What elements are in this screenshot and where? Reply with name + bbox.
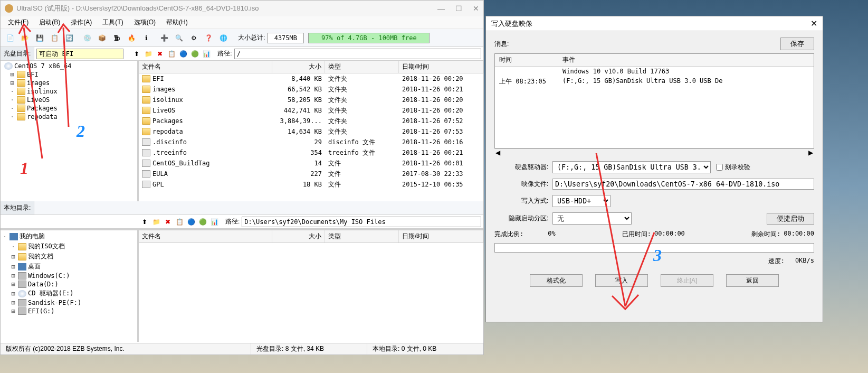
menu-action[interactable]: 操作(A) <box>65 16 97 29</box>
list-item[interactable]: LiveOS442,741 KB文件夹2018-11-26 00:20 <box>139 105 483 116</box>
folder-icon <box>17 113 25 120</box>
view2-icon[interactable]: 🟢 <box>190 49 199 59</box>
menu-help[interactable]: 帮助(H) <box>161 16 193 29</box>
iso-list-pane[interactable]: 文件名 大小 类型 日期/时间 EFI8,440 KB文件夹2018-11-26… <box>139 61 483 201</box>
save-button[interactable]: 保存 <box>780 38 814 50</box>
iso-tree-item[interactable]: ·Packages <box>2 104 136 113</box>
local-tree-item[interactable]: ⊞桌面 <box>2 262 136 272</box>
local-v3-icon[interactable]: 📊 <box>209 217 219 227</box>
lcol-name[interactable]: 文件名 <box>139 230 272 243</box>
col-size[interactable]: 大小 <box>272 61 325 73</box>
list-item[interactable]: CentOS_BuildTag14文件2018-11-26 00:01 <box>139 158 483 169</box>
list-item[interactable]: repodata14,634 KB文件夹2018-11-26 07:53 <box>139 126 483 137</box>
message-row[interactable]: Windows 10 v10.0 Build 17763 <box>495 67 814 76</box>
lcol-type[interactable]: 类型 <box>325 230 399 243</box>
mount-icon[interactable]: 💿 <box>81 32 93 44</box>
list-item[interactable]: GPL18 KB文件2015-12-10 06:35 <box>139 179 483 190</box>
view1-icon[interactable]: 🔵 <box>178 49 188 59</box>
image-file-input[interactable] <box>552 179 814 190</box>
list-item[interactable]: Packages3,884,39...文件夹2018-11-26 07:52 <box>139 116 483 126</box>
list-item[interactable]: isolinux58,205 KB文件夹2018-11-26 00:20 <box>139 95 483 105</box>
cd-icon <box>18 290 26 297</box>
local-v1-icon[interactable]: 🔵 <box>186 217 196 227</box>
tree-root-item[interactable]: CentOS 7 x86_64 <box>2 62 136 70</box>
local-new-icon[interactable]: 📁 <box>151 217 161 227</box>
open-icon[interactable]: 📂 <box>18 32 31 44</box>
minimize-button[interactable]: — <box>437 4 445 13</box>
local-tree-item[interactable]: ·我的ISO文档 <box>2 241 136 251</box>
local-tree-item[interactable]: ⊞EFI(G:) <box>2 307 136 315</box>
list-item[interactable]: images66,542 KB文件夹2018-11-26 00:21 <box>139 84 483 95</box>
msg-col-time[interactable]: 时间 <box>495 54 558 66</box>
up-icon[interactable]: ⬆ <box>132 49 141 59</box>
local-tree-item[interactable]: ⊞我的文档 <box>2 251 136 262</box>
iso-tree-item[interactable]: ·LiveOS <box>2 96 136 104</box>
tree-item-label: images <box>27 79 50 87</box>
return-button[interactable]: 返回 <box>726 274 779 287</box>
iso-tree-item[interactable]: ·repodata <box>2 113 136 121</box>
maximize-button[interactable]: ☐ <box>455 4 462 13</box>
local-v2-icon[interactable]: 🟢 <box>198 217 207 227</box>
delete-icon[interactable]: ✖ <box>155 49 165 59</box>
close-button[interactable]: ✕ <box>473 4 479 13</box>
iso-tree-item[interactable]: ⊞EFI <box>2 70 136 79</box>
extract-icon[interactable]: 📦 <box>96 32 108 44</box>
new-folder-icon[interactable]: 📁 <box>144 49 153 59</box>
menu-tools[interactable]: 工具(T) <box>97 16 128 29</box>
web-icon[interactable]: 🌐 <box>217 32 230 44</box>
info-icon[interactable]: ℹ <box>140 32 152 44</box>
quick-boot-button[interactable]: 便捷启动 <box>767 213 814 225</box>
verify-checkbox[interactable] <box>716 164 723 171</box>
local-tree-item[interactable]: ·我的电脑 <box>2 231 136 241</box>
iso-tree-item[interactable]: ⊞images <box>2 79 136 87</box>
lcol-date[interactable]: 日期/时间 <box>399 230 483 243</box>
list-item[interactable]: .treeinfo354treeinfo 文件2018-11-26 00:21 <box>139 147 483 158</box>
write-button[interactable]: 写入 <box>595 274 648 287</box>
hide-boot-select[interactable]: 无 <box>552 212 632 225</box>
menu-boot[interactable]: 启动(B) <box>34 16 65 29</box>
find-icon[interactable]: 🔍 <box>173 32 185 44</box>
write-method-select[interactable]: USB-HDD+ <box>552 195 611 207</box>
burn-icon[interactable]: 🔥 <box>125 32 138 44</box>
view3-icon[interactable]: 📊 <box>202 49 211 59</box>
main-window: UltraISO (试用版) - D:\Users\syf20\Download… <box>0 0 484 355</box>
local-del-icon[interactable]: ✖ <box>163 217 173 227</box>
lcol-size[interactable]: 大小 <box>272 230 325 243</box>
iso-tree-item[interactable]: ·isolinux <box>2 87 136 96</box>
local-tree-pane[interactable]: ·我的电脑·我的ISO文档⊞我的文档⊞桌面⊞Windows(C:)⊞Data(D… <box>1 230 139 342</box>
message-scrollbar[interactable]: ◀▶ <box>494 148 814 156</box>
menu-file[interactable]: 文件(F) <box>3 16 34 29</box>
drive-select[interactable]: (F:,G:, 15 GB)SanDisk Ultra USB 3.0 USB … <box>552 161 711 173</box>
message-row[interactable]: 上午 08:23:05(F:,G:, 15 GB)SanDisk Ultra U… <box>495 76 814 87</box>
list-item[interactable]: EULA227文件2017-08-30 22:33 <box>139 169 483 179</box>
tree-item-label: Data(D:) <box>28 281 59 288</box>
local-tree-item[interactable]: ⊞Windows(C:) <box>2 272 136 280</box>
dialog-close-icon[interactable]: ✕ <box>810 18 817 29</box>
list-item[interactable]: EFI8,440 KB文件夹2018-11-26 00:20 <box>139 73 483 84</box>
new-icon[interactable]: 📄 <box>4 32 16 44</box>
local-prop-icon[interactable]: 📋 <box>175 217 184 227</box>
local-tree-item[interactable]: ⊞CD 驱动器(E:) <box>2 288 136 299</box>
col-type[interactable]: 类型 <box>325 61 399 73</box>
prop-icon[interactable]: 📋 <box>167 49 176 59</box>
save-icon[interactable]: 💾 <box>33 32 46 44</box>
iso-tree-pane[interactable]: CentOS 7 x86_64 ⊞EFI⊞images·isolinux·Liv… <box>1 61 139 201</box>
refresh-icon[interactable]: 🔄 <box>63 32 75 44</box>
compress-icon[interactable]: 🗜 <box>110 32 123 44</box>
msg-col-event[interactable]: 事件 <box>558 54 814 66</box>
message-list[interactable]: 时间 事件 Windows 10 v10.0 Build 17763上午 08:… <box>494 53 814 148</box>
saveas-icon[interactable]: 📋 <box>48 32 61 44</box>
col-name[interactable]: 文件名 <box>139 61 272 73</box>
local-list-pane[interactable]: 文件名 大小 类型 日期/时间 <box>139 230 483 342</box>
hide-boot-label: 隐藏启动分区: <box>494 214 552 223</box>
add-icon[interactable]: ➕ <box>158 32 170 44</box>
help-icon[interactable]: ❓ <box>202 32 215 44</box>
local-up-icon[interactable]: ⬆ <box>140 217 149 227</box>
local-tree-item[interactable]: ⊞Sandisk-PE(F:) <box>2 299 136 307</box>
list-item[interactable]: .discinfo29discinfo 文件2018-11-26 00:16 <box>139 137 483 147</box>
menu-options[interactable]: 选项(O) <box>129 16 161 29</box>
format-button[interactable]: 格式化 <box>530 274 583 287</box>
local-tree-item[interactable]: ⊞Data(D:) <box>2 280 136 288</box>
col-date[interactable]: 日期/时间 <box>399 61 483 73</box>
settings-icon[interactable]: ⚙ <box>187 32 200 44</box>
